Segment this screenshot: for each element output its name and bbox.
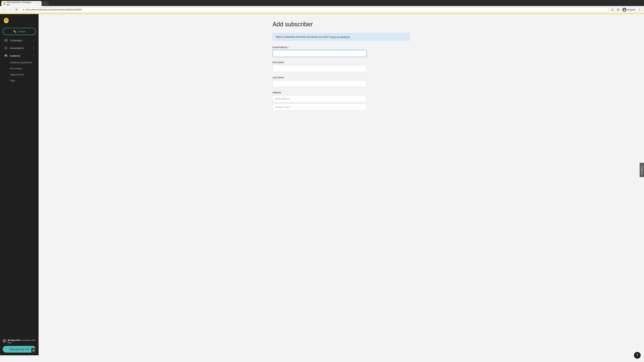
trial-days: 86 days left (8, 339, 20, 341)
sidebar-item-all-contacts[interactable]: All contacts (1, 65, 37, 71)
email-form-group: Email Address * (272, 46, 410, 57)
tags-label: Tags (10, 79, 15, 82)
email-label: Email Address * (272, 46, 410, 49)
lastname-input[interactable] (272, 80, 366, 87)
sidebar-item-signup-forms[interactable]: Signup forms (1, 71, 37, 78)
trial-info: 86 days left to access a free trial. (3, 339, 36, 344)
new-tab-plus-icon: + (44, 2, 45, 5)
tab-favicon: M (3, 2, 6, 5)
svg-rect-3 (617, 10, 618, 10)
extensions-button[interactable] (616, 7, 620, 12)
tab-bar: M Add subscriber to Moodjoy | Ma... × + (0, 0, 644, 6)
browser-toolbar: us21.admin.mailchimp.com/lists/members/a… (0, 6, 644, 13)
address-label: Address (272, 91, 410, 94)
lastname-label: Last Name (272, 76, 410, 79)
street-address-input[interactable] (272, 95, 366, 102)
new-tab-btn[interactable]: + (42, 1, 49, 6)
campaigns-icon (4, 38, 8, 42)
svg-rect-0 (23, 9, 24, 10)
automations-icon (4, 46, 8, 50)
address-form-group: Address (272, 91, 410, 111)
svg-rect-4 (618, 10, 619, 10)
mailchimp-logo (3, 17, 10, 24)
automations-chevron: ∨ (33, 47, 34, 49)
page-wrapper: Add subscriber Want to subscribe more th… (266, 14, 417, 121)
firstname-input[interactable] (272, 65, 366, 72)
svg-rect-2 (618, 9, 619, 9)
incognito-label: Incognito (627, 8, 635, 11)
create-button-label: Create (18, 30, 25, 33)
email-input[interactable] (272, 50, 366, 57)
audience-chevron: ∧ (33, 54, 34, 57)
incognito-avatar (622, 8, 626, 12)
sidebar-item-campaigns[interactable]: Campaigns ∨ (1, 36, 37, 44)
firstname-label: First Name (272, 61, 410, 64)
main-content: Add subscriber Want to subscribe more th… (38, 14, 644, 355)
svg-point-6 (624, 10, 625, 11)
campaigns-chevron: ∨ (33, 39, 34, 41)
browser-window: M Add subscriber to Moodjoy | Ma... × + (0, 0, 644, 355)
lock-icon (22, 8, 24, 11)
svg-rect-23 (32, 351, 33, 352)
email-required: * (288, 46, 289, 49)
sidebar-item-automations[interactable]: Automations ∨ (1, 44, 37, 52)
create-pencil-icon: ✏️ (13, 30, 16, 33)
feedback-button[interactable]: Feedback (640, 163, 644, 177)
svg-point-9 (640, 10, 640, 11)
all-contacts-label: All contacts (10, 67, 22, 70)
address-line2-input[interactable] (272, 104, 366, 111)
audience-dashboard-label: Audience dashboard (10, 61, 32, 64)
sidebar-item-audience-dashboard[interactable]: Audience dashboard (1, 59, 37, 65)
svg-point-18 (5, 55, 6, 56)
firstname-form-group: First Name (272, 61, 410, 72)
app-layout: ✏️ Create Campaigns ∨ (0, 14, 644, 355)
tab-close-btn[interactable]: × (37, 2, 40, 5)
address-text: us21.admin.mailchimp.com/lists/members/a… (25, 8, 82, 11)
start-trial-button[interactable]: Start your free trial (3, 346, 36, 353)
address-bar[interactable]: us21.admin.mailchimp.com/lists/members/a… (20, 7, 609, 12)
signup-forms-label: Signup forms (10, 73, 24, 76)
menu-button[interactable] (637, 7, 642, 12)
refresh-button[interactable] (14, 7, 19, 12)
import-audience-link[interactable]: Import an audience (330, 35, 350, 38)
incognito-button[interactable]: Incognito (621, 7, 636, 12)
bookmark-button[interactable] (610, 7, 615, 12)
help-button[interactable]: ? (634, 352, 641, 359)
sidebar-header (0, 14, 38, 26)
audience-icon (4, 54, 8, 57)
clock-icon (3, 339, 6, 343)
svg-point-13 (5, 19, 6, 20)
sidebar-widget-btn[interactable] (31, 348, 36, 353)
info-banner-text: Want to subscribe more than one person a… (276, 35, 329, 38)
back-button[interactable] (2, 7, 7, 12)
svg-rect-22 (34, 349, 35, 350)
svg-point-19 (6, 55, 7, 56)
help-icon: ? (636, 354, 638, 357)
sidebar-item-tags[interactable]: Tags (1, 78, 37, 84)
svg-rect-21 (32, 349, 33, 350)
sidebar-item-audience[interactable]: Audience ∧ (1, 52, 37, 59)
svg-point-7 (640, 8, 640, 9)
info-banner: Want to subscribe more than one person a… (272, 33, 410, 41)
forward-button[interactable] (8, 7, 13, 12)
feedback-sidebar: Feedback (640, 163, 644, 178)
lastname-form-group: Last Name (272, 76, 410, 87)
sidebar: ✏️ Create Campaigns ∨ (0, 14, 38, 355)
svg-rect-1 (617, 9, 618, 9)
toolbar-right: Incognito (610, 7, 642, 12)
page-title: Add subscriber (272, 21, 410, 28)
active-tab[interactable]: M Add subscriber to Moodjoy | Ma... × (1, 1, 42, 6)
audience-label: Audience (10, 54, 31, 57)
create-button[interactable]: ✏️ Create (3, 28, 36, 35)
automations-label: Automations (10, 46, 31, 49)
tab-title: Add subscriber to Moodjoy | Ma... (7, 1, 36, 6)
svg-point-14 (6, 19, 7, 20)
svg-point-15 (5, 22, 7, 23)
svg-rect-24 (34, 351, 35, 352)
svg-rect-16 (4, 39, 7, 41)
trial-text: 86 days left to access a free trial. (8, 339, 36, 344)
svg-point-8 (640, 9, 640, 10)
campaigns-label: Campaigns (10, 39, 31, 42)
svg-point-5 (624, 9, 625, 10)
